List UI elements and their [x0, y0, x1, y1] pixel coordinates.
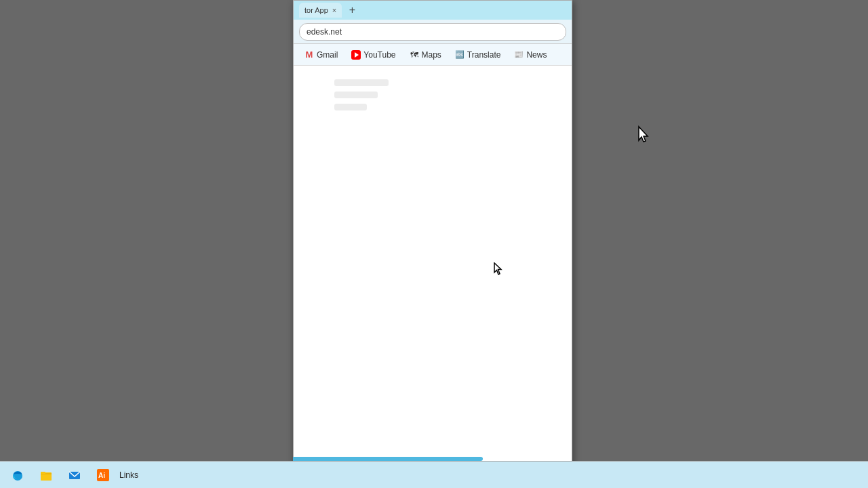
- file-explorer-icon: [39, 468, 53, 482]
- adobe-ai-icon: Ai: [96, 468, 110, 482]
- bookmark-youtube-label: YouTube: [363, 50, 395, 60]
- bookmark-maps-label: Maps: [422, 50, 441, 60]
- tab-title: tor App: [304, 6, 328, 14]
- taskbar-adobe-ai[interactable]: Ai: [91, 466, 115, 485]
- new-tab-button[interactable]: +: [344, 3, 359, 18]
- bookmark-translate[interactable]: 🔤 Translate: [450, 48, 507, 62]
- taskbar-file-explorer[interactable]: [34, 466, 58, 485]
- skeleton-line-1: [334, 79, 389, 86]
- youtube-icon: [351, 50, 361, 60]
- page-content: [294, 66, 572, 474]
- gmail-icon: M: [304, 50, 314, 60]
- tab-close-button[interactable]: ×: [332, 7, 336, 14]
- maps-icon: 🗺: [410, 50, 419, 60]
- bookmark-gmail[interactable]: M Gmail: [299, 48, 343, 62]
- address-bar[interactable]: edesk.net: [299, 23, 566, 41]
- skeleton-line-3: [334, 104, 367, 110]
- bookmark-news-label: News: [526, 50, 547, 60]
- svg-marker-0: [494, 263, 501, 274]
- news-icon: 📰: [514, 50, 524, 60]
- bookmark-maps[interactable]: 🗺 Maps: [404, 48, 447, 62]
- bookmark-news[interactable]: 📰 News: [509, 48, 552, 62]
- bookmarks-bar: M Gmail YouTube 🗺 Maps 🔤 Translate 📰 New…: [294, 44, 572, 66]
- title-bar: tor App × +: [294, 1, 572, 20]
- taskbar-mail[interactable]: [62, 466, 87, 485]
- address-bar-row: edesk.net: [294, 20, 572, 44]
- edge-icon: [11, 468, 24, 482]
- bookmark-gmail-label: Gmail: [317, 50, 338, 60]
- taskbar: Ai Links: [0, 461, 868, 488]
- svg-rect-4: [41, 472, 45, 474]
- tab-strip: tor App × +: [299, 3, 566, 18]
- taskbar-edge[interactable]: [5, 466, 30, 485]
- skeleton-loading: [334, 79, 389, 116]
- address-text: edesk.net: [307, 27, 342, 37]
- mail-icon: [68, 468, 81, 482]
- taskbar-links-label: Links: [119, 470, 138, 480]
- bookmark-translate-label: Translate: [467, 50, 501, 60]
- browser-window: tor App × + edesk.net M Gmail YouTube 🗺: [293, 0, 572, 474]
- skeleton-line-2: [334, 92, 378, 98]
- youtube-play-triangle: [355, 52, 359, 58]
- bookmark-youtube[interactable]: YouTube: [346, 48, 401, 62]
- browser-tab[interactable]: tor App ×: [299, 3, 342, 18]
- translate-icon: 🔤: [455, 50, 465, 60]
- youtube-icon-wrap: [351, 50, 361, 60]
- cursor-in-page: [494, 262, 505, 276]
- svg-text:Ai: Ai: [98, 472, 105, 479]
